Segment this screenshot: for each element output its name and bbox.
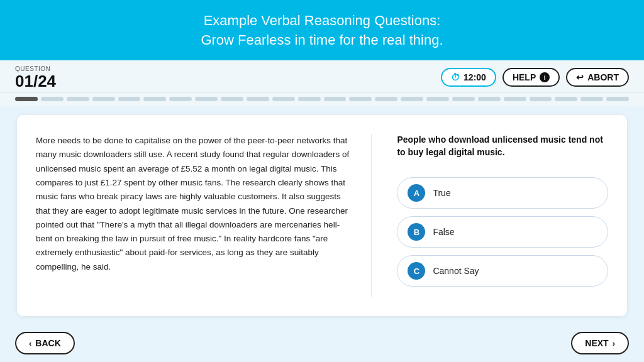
- progress-segment-3: [67, 97, 89, 101]
- answers-column: People who download unlicensed music ten…: [397, 134, 608, 297]
- progress-segment-7: [169, 97, 192, 101]
- back-chevron-icon: ‹: [29, 339, 31, 348]
- next-label: NEXT: [585, 338, 608, 348]
- question-info: QUESTION 01/24: [15, 65, 56, 90]
- timer-button[interactable]: ⏱ 12:00: [441, 68, 496, 87]
- main-content: More needs to be done to capitalise on t…: [0, 106, 644, 324]
- help-button[interactable]: HELP i: [502, 68, 560, 87]
- progress-segment-21: [530, 97, 552, 101]
- top-bar: QUESTION 01/24 ⏱ 12:00 HELP i ↩ ABORT: [0, 60, 644, 94]
- answer-option-a[interactable]: A True: [397, 177, 608, 209]
- question-label: QUESTION: [15, 65, 56, 72]
- progress-segment-6: [143, 97, 166, 101]
- progress-segment-5: [118, 97, 141, 101]
- header-title: Example Verbal Reasoning Questions: Grow…: [13, 11, 631, 50]
- clock-icon: ⏱: [451, 72, 460, 82]
- progress-segment-19: [478, 97, 501, 101]
- answer-option-b[interactable]: B False: [397, 216, 608, 248]
- question-card: More needs to be done to capitalise on t…: [17, 115, 627, 316]
- answer-badge-b: B: [408, 223, 425, 241]
- help-label: HELP: [513, 72, 536, 82]
- answer-label-c: Cannot Say: [433, 266, 479, 276]
- answer-label-a: True: [433, 188, 450, 198]
- help-info-icon: i: [540, 72, 550, 82]
- progress-segment-11: [272, 97, 295, 101]
- abort-label: ABORT: [587, 72, 619, 82]
- next-chevron-icon: ›: [613, 339, 615, 348]
- back-label: BACK: [35, 338, 60, 348]
- progress-segment-16: [401, 97, 423, 101]
- answer-option-c[interactable]: C Cannot Say: [397, 255, 608, 287]
- passage-text: More needs to be done to capitalise on t…: [36, 134, 352, 274]
- progress-segment-4: [92, 97, 115, 101]
- abort-button[interactable]: ↩ ABORT: [566, 68, 629, 87]
- progress-segment-2: [41, 97, 64, 101]
- progress-segment-17: [426, 97, 449, 101]
- timer-value: 12:00: [464, 72, 486, 82]
- progress-segment-22: [555, 97, 577, 101]
- progress-bar: [0, 93, 644, 106]
- progress-segment-23: [580, 97, 603, 101]
- header: Example Verbal Reasoning Questions: Grow…: [0, 0, 644, 60]
- top-bar-controls: ⏱ 12:00 HELP i ↩ ABORT: [441, 68, 629, 87]
- passage-column: More needs to be done to capitalise on t…: [36, 134, 372, 297]
- progress-segment-20: [504, 97, 526, 101]
- next-button[interactable]: NEXT ›: [571, 332, 629, 354]
- answer-badge-c: C: [408, 262, 425, 280]
- progress-segment-15: [375, 97, 397, 101]
- footer: ‹ BACK NEXT ›: [0, 324, 644, 362]
- abort-icon: ↩: [576, 72, 584, 82]
- progress-segment-13: [324, 97, 347, 101]
- progress-segment-9: [221, 97, 243, 101]
- back-button[interactable]: ‹ BACK: [15, 332, 75, 354]
- answer-label-b: False: [433, 227, 454, 237]
- answer-badge-a: A: [408, 184, 425, 202]
- progress-segment-18: [452, 97, 475, 101]
- question-number: 01/24: [15, 72, 56, 90]
- progress-segment-10: [247, 97, 269, 101]
- progress-segment-1: [15, 97, 38, 101]
- progress-segment-12: [298, 97, 321, 101]
- question-statement: People who download unlicensed music ten…: [397, 134, 608, 158]
- progress-segment-24: [606, 97, 629, 101]
- progress-segment-14: [349, 97, 372, 101]
- progress-segment-8: [195, 97, 218, 101]
